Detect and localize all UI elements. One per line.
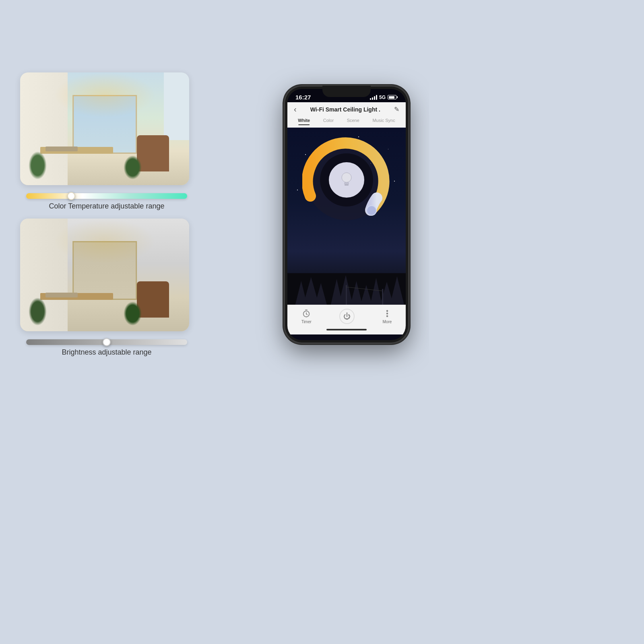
color-temp-slider[interactable] — [26, 193, 187, 199]
power-button[interactable]: ⏻ — [339, 309, 355, 324]
color-temp-thumb[interactable] — [67, 192, 75, 200]
more-button[interactable]: More — [383, 309, 392, 324]
status-time: 16:27 — [295, 94, 311, 101]
brightness-label: Brightness adjustable range — [62, 348, 151, 357]
brightness-slider[interactable] — [26, 339, 187, 345]
svg-point-3 — [342, 173, 351, 182]
app-bottom-bar: Timer ⏻ More — [287, 305, 406, 326]
battery-tip — [397, 96, 398, 98]
tab-color[interactable]: Color — [320, 116, 337, 124]
signal-bar-2 — [372, 97, 373, 100]
svg-rect-5 — [345, 184, 349, 186]
network-type: 5G — [379, 95, 386, 100]
home-bar — [326, 329, 367, 330]
status-icons: 5G — [370, 95, 398, 100]
svg-rect-4 — [344, 182, 349, 184]
brightness-thumb[interactable] — [103, 338, 111, 346]
room-image-bottom — [20, 219, 189, 331]
svg-point-23 — [387, 313, 388, 314]
svg-point-24 — [387, 316, 388, 317]
app-title: Wi-Fi Smart Ceiling Light . — [310, 106, 380, 113]
dial-svg — [302, 136, 391, 224]
app-tabs: White Color Scene Music Sync — [287, 116, 406, 128]
right-panel: 16:27 5G — [284, 86, 409, 343]
signal-bars-icon — [370, 95, 377, 100]
left-panel: Color Temperature adjustable range Brigh… — [20, 72, 193, 357]
brightness-section: Brightness adjustable range — [20, 339, 193, 357]
svg-point-6 — [367, 206, 376, 215]
color-temp-label: Color Temperature adjustable range — [49, 202, 165, 211]
room-image-top — [20, 72, 189, 185]
battery-fill — [389, 96, 394, 99]
light-dial[interactable] — [302, 136, 391, 224]
svg-rect-19 — [382, 289, 383, 305]
color-temp-section: Color Temperature adjustable range — [20, 193, 193, 211]
back-button[interactable]: ‹ — [294, 105, 297, 114]
app-content: ☀ 100% — [287, 128, 406, 305]
timer-button[interactable]: Timer — [301, 309, 312, 324]
app-header: ‹ Wi-Fi Smart Ceiling Light . ✎ — [287, 102, 406, 116]
phone-screen: 16:27 5G — [287, 89, 406, 340]
home-indicator — [287, 326, 406, 334]
phone-frame: 16:27 5G — [284, 86, 409, 343]
tab-white[interactable]: White — [295, 116, 313, 124]
edit-button[interactable]: ✎ — [394, 105, 399, 113]
power-btn-circle[interactable]: ⏻ — [339, 309, 355, 324]
svg-point-22 — [387, 310, 388, 312]
tab-scene[interactable]: Scene — [344, 116, 363, 124]
timer-icon — [302, 309, 311, 318]
signal-bar-3 — [374, 96, 375, 100]
svg-rect-18 — [346, 285, 347, 305]
battery-icon — [388, 95, 398, 99]
more-icon — [383, 309, 392, 318]
star — [297, 190, 298, 190]
phone-notch — [322, 86, 371, 97]
tree-silhouette — [287, 272, 406, 305]
star — [394, 181, 395, 182]
tab-music-sync[interactable]: Music Sync — [369, 116, 398, 124]
battery-body — [388, 95, 396, 99]
signal-bar-4 — [376, 95, 377, 100]
signal-bar-1 — [370, 98, 371, 100]
